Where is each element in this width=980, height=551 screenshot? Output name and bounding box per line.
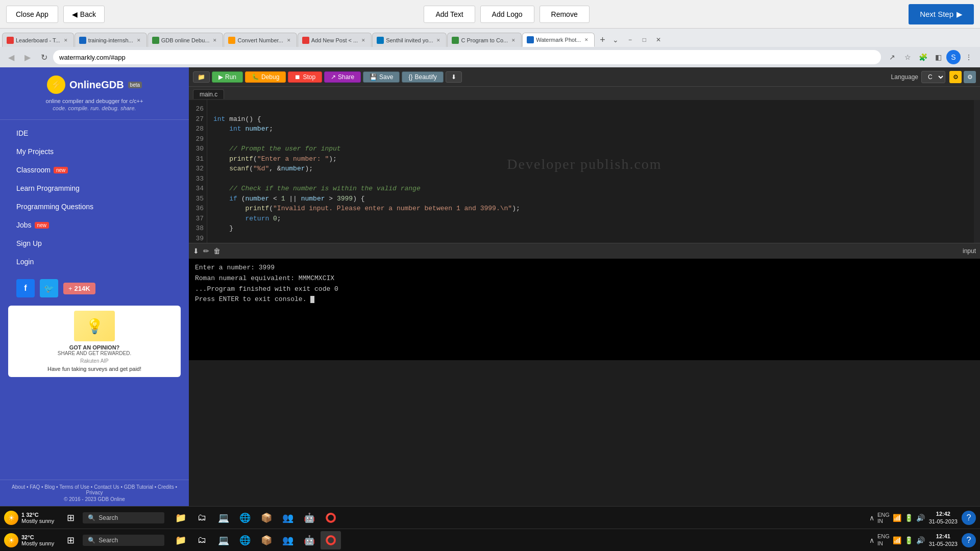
code-content[interactable]: int main() { int number; // Prompt the u… bbox=[207, 100, 974, 243]
terminal-clear-btn[interactable]: 🗑 bbox=[213, 247, 220, 255]
systray-time-2: 12:42 31-05-2023 bbox=[929, 510, 958, 525]
taskbar-files[interactable]: 📁 bbox=[170, 531, 191, 549]
facebook-button[interactable]: f bbox=[16, 279, 35, 297]
browser-close[interactable]: ✕ bbox=[651, 33, 666, 47]
taskbar-terminal[interactable]: 💻 bbox=[213, 531, 234, 549]
taskbar-explorer[interactable]: 🗂 bbox=[192, 531, 212, 549]
nav-item-learn-programming[interactable]: Learn Programming bbox=[0, 179, 189, 197]
close-app-button[interactable]: Close App bbox=[6, 6, 58, 23]
taskbar-search[interactable]: 🔍 Search bbox=[83, 535, 164, 546]
browser-tab-8[interactable]: Watermark Phot... ✕ bbox=[522, 33, 595, 47]
back-button[interactable]: ◀ Back bbox=[63, 6, 105, 23]
taskbar-app-terminal[interactable]: 💻 bbox=[213, 509, 234, 527]
tab-close-6[interactable]: ✕ bbox=[435, 37, 442, 44]
settings-gear-button[interactable]: ⚙ bbox=[964, 71, 976, 83]
tab-favicon-6 bbox=[377, 37, 384, 44]
start-button-2[interactable]: ⊞ bbox=[60, 509, 81, 527]
tab-close-3[interactable]: ✕ bbox=[211, 37, 218, 44]
file-button[interactable]: 📁 bbox=[193, 71, 210, 83]
tab-close-4[interactable]: ✕ bbox=[285, 37, 292, 44]
browser-tab-3[interactable]: GDB online Debu... ✕ bbox=[148, 33, 224, 47]
taskbar-app-teams[interactable]: 👥 bbox=[278, 509, 298, 527]
browser-tab-6[interactable]: Senthil invited yo... ✕ bbox=[372, 33, 447, 47]
taskbar-app-edge[interactable]: 🌐 bbox=[235, 509, 255, 527]
browser-forward-button[interactable]: ▶ bbox=[20, 50, 35, 64]
browser-back-button[interactable]: ◀ bbox=[4, 50, 18, 64]
language-dropdown[interactable]: C bbox=[921, 71, 945, 83]
tab-close-8[interactable]: ✕ bbox=[583, 36, 590, 43]
stop-button[interactable]: ⏹ Stop bbox=[288, 71, 322, 83]
nav-item-login[interactable]: Login bbox=[0, 253, 189, 271]
run-button[interactable]: ▶ Run bbox=[212, 71, 243, 83]
browser-share-icon[interactable]: ↗ bbox=[885, 50, 899, 64]
sidebar-header: ⚡ OnlineGDB beta online compiler and deb… bbox=[0, 67, 189, 120]
logo-icon: ⚡ bbox=[47, 76, 65, 94]
share-button[interactable]: ↗ Share bbox=[324, 71, 361, 83]
social-count-badge[interactable]: + 214K bbox=[63, 283, 95, 294]
nav-item-jobs[interactable]: Jobs new bbox=[0, 216, 189, 234]
beautify-button[interactable]: {} Beautify bbox=[402, 71, 443, 83]
start-button[interactable]: ⊞ bbox=[60, 531, 81, 549]
browser-minimize[interactable]: − bbox=[623, 33, 637, 47]
settings-yellow-button[interactable]: ⚙ bbox=[949, 71, 962, 83]
new-tab-button[interactable]: + bbox=[595, 33, 609, 47]
taskbar-android-studio[interactable]: 🤖 bbox=[299, 531, 320, 549]
add-text-button[interactable]: Add Text bbox=[424, 6, 475, 23]
debug-button[interactable]: 🐛 Debug bbox=[245, 71, 286, 83]
terminal-minimize-btn[interactable]: ⬇ bbox=[193, 247, 199, 255]
tab-close-2[interactable]: ✕ bbox=[135, 37, 142, 44]
remove-button[interactable]: Remove bbox=[540, 6, 590, 23]
social-count: 214K bbox=[75, 285, 90, 292]
terminal-edit-btn[interactable]: ✏ bbox=[203, 247, 209, 255]
tab-close-1[interactable]: ✕ bbox=[62, 37, 69, 44]
taskbar-dropbox[interactable]: 📦 bbox=[256, 531, 277, 549]
nav-item-sign-up[interactable]: Sign Up bbox=[0, 234, 189, 253]
notification-area-2[interactable]: ? bbox=[962, 511, 976, 525]
tab-close-7[interactable]: ✕ bbox=[510, 37, 517, 44]
terminal-content[interactable]: Enter a number: 3999 Roman numeral equiv… bbox=[189, 259, 980, 360]
taskbar-edge[interactable]: 🌐 bbox=[235, 531, 255, 549]
taskbar-app-dropbox[interactable]: 📦 bbox=[256, 509, 277, 527]
browser-tab-4[interactable]: Convert Number... ✕ bbox=[224, 33, 297, 47]
nav-item-ide[interactable]: IDE bbox=[0, 124, 189, 142]
tab-label-1: Leaderboard - T... bbox=[16, 37, 60, 43]
browser-reload-button[interactable]: ↻ bbox=[37, 50, 51, 64]
tab-close-5[interactable]: ✕ bbox=[360, 37, 367, 44]
browser-bookmark-icon[interactable]: ☆ bbox=[900, 50, 915, 64]
add-logo-button[interactable]: Add Logo bbox=[480, 6, 534, 23]
chevron-up-icon[interactable]: ∧ bbox=[869, 514, 874, 522]
taskbar-app-chrome[interactable]: ⭕ bbox=[321, 509, 341, 527]
browser-menu-icon[interactable]: ⋮ bbox=[962, 50, 976, 64]
browser-tab-5[interactable]: Add New Post < ... ✕ bbox=[298, 33, 372, 47]
twitter-button[interactable]: 🐦 bbox=[40, 279, 58, 297]
file-tab-main[interactable]: main.c bbox=[193, 89, 224, 99]
taskbar-app-android[interactable]: 🤖 bbox=[299, 509, 320, 527]
taskbar-search-2[interactable]: 🔍 Search bbox=[83, 512, 164, 523]
taskbar-teams[interactable]: 👥 bbox=[278, 531, 298, 549]
next-step-button[interactable]: Next Step ▶ bbox=[909, 4, 974, 24]
social-buttons: f 🐦 + 214K bbox=[0, 275, 189, 302]
tab-list-dropdown[interactable]: ⌄ bbox=[610, 33, 621, 47]
nav-item-my-projects[interactable]: My Projects bbox=[0, 142, 189, 161]
systray-chevron-icon[interactable]: ∧ bbox=[869, 536, 874, 544]
browser-extension-icon[interactable]: 🧩 bbox=[916, 50, 930, 64]
address-bar[interactable] bbox=[53, 50, 881, 64]
taskbar-chrome[interactable]: ⭕ bbox=[321, 531, 341, 549]
browser-theme-icon[interactable]: ◧ bbox=[931, 50, 945, 64]
tab-favicon-1 bbox=[7, 37, 14, 44]
browser-profile-icon[interactable]: S bbox=[946, 50, 961, 64]
download-button[interactable]: ⬇ bbox=[446, 71, 462, 83]
taskbar-app-files[interactable]: 📁 bbox=[170, 509, 191, 527]
browser-maximize[interactable]: □ bbox=[637, 33, 651, 47]
browser-tab-1[interactable]: Leaderboard - T... ✕ bbox=[2, 33, 74, 47]
browser-tab-7[interactable]: C Program to Co... ✕ bbox=[447, 33, 522, 47]
notification-button[interactable]: ? bbox=[962, 533, 976, 547]
taskbar-app-explorer[interactable]: 🗂 bbox=[192, 509, 212, 527]
save-button[interactable]: 💾 Save bbox=[363, 71, 400, 83]
editor-scrollbar[interactable] bbox=[974, 100, 980, 243]
nav-item-programming-questions[interactable]: Programming Questions bbox=[0, 197, 189, 216]
nav-item-classroom[interactable]: Classroom new bbox=[0, 161, 189, 179]
sidebar-logo: ⚡ OnlineGDB beta bbox=[47, 76, 142, 94]
tab-favicon-2 bbox=[79, 37, 86, 44]
browser-tab-2[interactable]: training-internsh... ✕ bbox=[75, 33, 147, 47]
